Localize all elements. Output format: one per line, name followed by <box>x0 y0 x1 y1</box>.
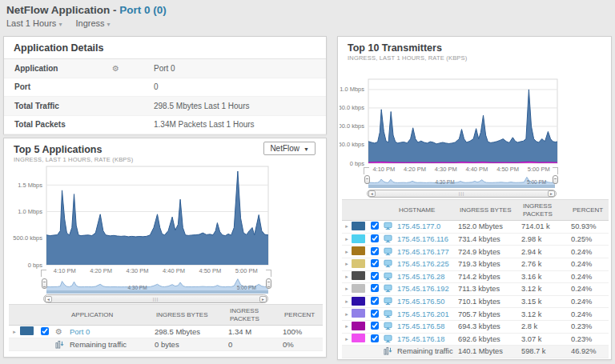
table-row[interactable]: ▸175.45.176.116731.4 kbytes2.98 k0.25% <box>342 234 609 246</box>
table-row[interactable]: ▸175.45.176.225719.3 kbytes2.76 k0.24% <box>342 258 609 271</box>
time-range-dropdown[interactable]: Last 1 Hours▾ <box>6 18 62 28</box>
series-visibility-checkbox[interactable] <box>371 234 379 242</box>
percent-cell: 0.23% <box>571 322 609 330</box>
scroll-right-button[interactable]: ▸ <box>259 296 267 302</box>
entity-link[interactable]: 175.45.176.116 <box>397 235 448 243</box>
series-visibility-checkbox[interactable] <box>371 247 379 255</box>
chart-scrollbar[interactable]: ◂ ||| ▸ <box>367 190 557 198</box>
icon-cell <box>384 272 397 282</box>
series-visibility-checkbox[interactable] <box>41 327 49 335</box>
row-expander-icon[interactable]: ▸ <box>342 249 352 255</box>
brush-handle-right[interactable] <box>553 175 558 184</box>
series-visibility-checkbox[interactable] <box>371 259 379 267</box>
row-expander-icon[interactable]: ▸ <box>342 261 352 267</box>
ingress-bytes-cell: 710.1 kbytes <box>458 298 521 306</box>
scroll-grip[interactable]: ||| <box>153 297 159 302</box>
checkbox-cell <box>371 310 384 319</box>
entity-link[interactable]: 175.45.176.28 <box>397 273 444 281</box>
entity-link[interactable]: 175.45.176.201 <box>397 310 449 318</box>
host-monitor-icon <box>384 323 392 331</box>
entity-link[interactable]: Port 0 <box>70 327 90 336</box>
entity-link[interactable]: 175.45.176.18 <box>397 335 444 343</box>
chart-scrollbar[interactable]: ◂ ||| ▸ <box>43 294 268 303</box>
series-visibility-checkbox[interactable] <box>371 272 379 280</box>
table-row[interactable]: ▸175.45.176.58694.3 kbytes2.8 k0.23% <box>342 321 609 334</box>
top10-brush[interactable]: 4:30 PM5:00 PM <box>368 174 555 188</box>
table-row[interactable]: ▸175.45.176.177724.9 kbytes2.94 k0.24% <box>342 246 609 258</box>
gear-icon: ⚙ <box>55 327 62 336</box>
column-header[interactable]: INGRESS PACKETS <box>521 200 571 220</box>
top5-chart[interactable]: 0 bps500.0 kbps1.0 Mbps1.5 Mbps4:10 PM4:… <box>7 164 276 278</box>
entity-link[interactable]: 175.45.176.225 <box>397 260 449 268</box>
column-header[interactable]: INGRESS BYTES <box>458 204 521 217</box>
remaining-traffic-row[interactable]: Remaining traffic0 bytes00% <box>9 338 323 351</box>
brush-handle-left[interactable] <box>42 278 47 289</box>
row-expander-icon[interactable]: ▸ <box>342 223 352 230</box>
entity-link[interactable]: 175.45.176.58 <box>397 322 444 330</box>
host-monitor-icon <box>384 274 392 282</box>
brush-handle-left[interactable] <box>364 175 370 184</box>
ingress-bytes-cell: 724.9 kbytes <box>458 248 521 256</box>
page-title-link[interactable]: Port 0 (0) <box>119 4 167 16</box>
checkbox-cell <box>371 272 384 282</box>
top5-brush[interactable]: 4:30 PM5:00 PM <box>46 277 268 294</box>
row-expander-icon[interactable]: ▸ <box>342 323 352 330</box>
netflow-selector[interactable]: NetFlow▼ <box>263 142 316 155</box>
icon-cell <box>384 334 397 344</box>
percent-cell: 50.93% <box>571 222 609 230</box>
column-header[interactable]: INGRESS BYTES <box>155 309 228 322</box>
table-row[interactable]: ▸175.45.177.0152.0 Mbytes714.01 k50.93% <box>342 221 609 234</box>
entity-link[interactable]: 175.45.176.192 <box>397 285 449 293</box>
scroll-left-button[interactable]: ◂ <box>368 190 376 197</box>
table-row[interactable]: ▸175.45.176.50710.1 kbytes3.15 k0.24% <box>342 296 609 309</box>
table-row[interactable]: ▸175.45.176.28714.2 kbytes3.16 k0.24% <box>342 271 609 284</box>
svg-text:4:40 PM: 4:40 PM <box>465 166 488 173</box>
remaining-traffic-row[interactable]: Remaining traffic140.1 Mbytes598.7 k46.9… <box>342 346 609 358</box>
series-color-swatch <box>352 259 365 268</box>
row-expander-icon[interactable]: ▸ <box>342 311 352 318</box>
series-visibility-checkbox[interactable] <box>371 310 379 318</box>
series-visibility-checkbox[interactable] <box>371 334 379 342</box>
table-row[interactable]: ▸175.45.176.18692.6 kbytes3.07 k0.23% <box>342 334 609 346</box>
column-header[interactable]: PERCENT <box>283 309 323 322</box>
table-header: HOSTNAMEINGRESS BYTESINGRESS PACKETSPERC… <box>342 199 609 221</box>
filter-bar: Last 1 Hours▾ Ingress▾ <box>6 18 167 28</box>
entity-link[interactable]: 175.45.176.177 <box>397 248 449 256</box>
scroll-left-button[interactable]: ◂ <box>45 296 52 302</box>
direction-dropdown[interactable]: Ingress▾ <box>75 18 110 28</box>
page-header: NetFlow Application - Port 0 (0) Last 1 … <box>6 4 167 28</box>
scroll-grip[interactable]: ||| <box>459 191 465 196</box>
column-header[interactable]: HOSTNAME <box>397 204 458 217</box>
table-row[interactable]: ▸175.45.176.192711.3 kbytes3.12 k0.24% <box>342 283 609 296</box>
series-visibility-checkbox[interactable] <box>371 322 379 330</box>
ingress-packets-cell: 0 <box>228 340 283 349</box>
scroll-right-button[interactable]: ▸ <box>548 190 555 197</box>
detail-rows: Application⚙Port 0Port0Total Traffic298.… <box>4 59 326 134</box>
svg-text:5:00 PM: 5:00 PM <box>237 285 256 290</box>
series-visibility-checkbox[interactable] <box>371 284 379 292</box>
column-header[interactable]: PERCENT <box>571 204 609 217</box>
column-header[interactable]: APPLICATION <box>70 309 155 322</box>
row-expander-icon[interactable]: ▸ <box>9 329 20 335</box>
ingress-packets-cell: 598.7 k <box>521 347 571 355</box>
series-color-swatch <box>352 271 365 280</box>
row-expander-icon[interactable]: ▸ <box>342 274 352 280</box>
detail-label: Total Packets <box>14 120 112 129</box>
entity-link[interactable]: 175.45.177.0 <box>397 222 440 230</box>
table-row[interactable]: ▸⚙Port 0298.5 Mbytes1.34 M100% <box>9 326 323 338</box>
row-expander-icon[interactable]: ▸ <box>342 286 352 292</box>
svg-text:4:40 PM: 4:40 PM <box>163 267 185 274</box>
row-expander-icon[interactable]: ▸ <box>342 236 352 242</box>
brush-handle-right[interactable] <box>266 278 271 289</box>
brush-bracket <box>553 167 558 174</box>
column-header[interactable]: INGRESS PACKETS <box>228 305 283 325</box>
row-expander-icon[interactable]: ▸ <box>342 298 352 305</box>
row-expander-icon[interactable]: ▸ <box>342 336 352 342</box>
series-visibility-checkbox[interactable] <box>371 222 379 230</box>
table-row[interactable]: ▸175.45.176.201705.7 kbytes3.12 k0.24% <box>342 308 609 321</box>
svg-text:4:20 PM: 4:20 PM <box>404 166 426 173</box>
swatch-cell <box>352 271 371 282</box>
entity-link[interactable]: 175.45.176.50 <box>397 298 444 306</box>
top10-chart[interactable]: 0 bps250.0 kbps500.0 kbps750.0 kbps1.0 M… <box>340 77 562 174</box>
series-visibility-checkbox[interactable] <box>371 297 379 305</box>
